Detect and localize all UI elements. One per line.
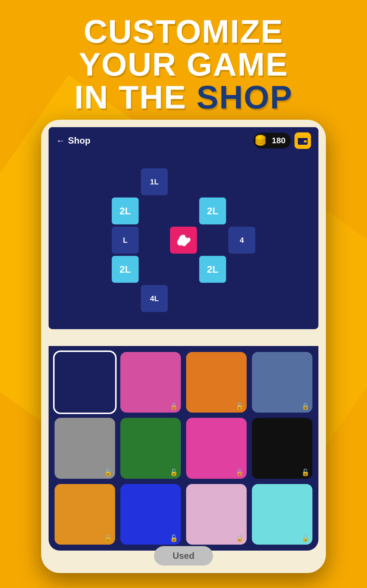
tile-r4c0 (112, 285, 139, 312)
lock-icon-10: 🔒 (235, 534, 244, 542)
used-button-container: Used (41, 546, 326, 566)
game-screen: ← Shop 180 (49, 127, 318, 329)
tile-r2c3 (199, 227, 226, 254)
header-line1: CUSTOMIZE (0, 15, 367, 48)
lock-icon-5: 🔓 (170, 468, 178, 477)
wallet-icon (298, 137, 308, 145)
tile-r1c4 (228, 197, 255, 224)
lock-icon-11: 🔒 (301, 534, 309, 542)
header-line3-white: IN THE (74, 79, 186, 116)
header-line3-blue: SHOP (197, 79, 293, 116)
lock-icon-4: 🔓 (104, 468, 112, 477)
svg-point-3 (185, 236, 186, 237)
lock-icon-1: 🔒 (170, 402, 178, 410)
tile-r1c3: 2L (199, 197, 226, 224)
swatch-4[interactable]: 🔓 (55, 418, 115, 478)
lock-icon-2: 🔓 (235, 402, 244, 410)
back-button[interactable]: ← (56, 135, 65, 146)
tile-r0c3 (199, 168, 226, 195)
game-topbar: ← Shop 180 (49, 127, 318, 154)
tile-r2c1 (141, 227, 168, 254)
tile-r4c4 (228, 285, 255, 312)
coins-icon (255, 135, 269, 147)
tile-r3c0: 2L (112, 256, 139, 283)
tile-r3c1 (141, 256, 168, 283)
tile-r4c3 (199, 285, 226, 312)
tile-r3c3: 2L (199, 256, 226, 283)
swatch-0[interactable] (55, 352, 115, 413)
lock-icon-8: 🔒 (104, 534, 112, 542)
tile-r1c1 (141, 197, 168, 224)
wallet-button[interactable] (294, 132, 311, 149)
board-area: 1L 2L 2L L (49, 154, 318, 326)
tile-r2c4: 4 (228, 227, 255, 254)
swatch-8[interactable]: 🔒 (55, 484, 115, 545)
tile-r4c1: 4L (141, 285, 168, 312)
swatch-2[interactable]: 🔓 (186, 352, 247, 413)
swatch-11[interactable]: 🔒 (252, 484, 312, 545)
coin-amount: 180 (272, 136, 286, 146)
tile-r1c0: 2L (112, 197, 139, 224)
svg-rect-1 (298, 138, 308, 140)
lock-icon-3: 🔒 (301, 402, 309, 410)
swatch-6[interactable]: 🔒 (186, 418, 247, 478)
lock-icon-6: 🔒 (235, 468, 244, 477)
tile-r2c2-bird (170, 227, 197, 254)
swatch-10[interactable]: 🔒 (186, 484, 247, 545)
bird-icon (175, 232, 192, 248)
tile-r4c2 (170, 285, 197, 312)
svg-rect-2 (304, 140, 307, 143)
tile-r3c2 (170, 256, 197, 283)
lock-icon-9: 🔓 (170, 534, 178, 542)
swatch-5[interactable]: 🔓 (120, 418, 181, 478)
tile-r0c4 (228, 168, 255, 195)
lock-icon-7: 🔓 (301, 468, 309, 477)
tile-r3c4 (228, 256, 255, 283)
header-line2: YOUR GAME (0, 48, 367, 81)
coin-pill: 180 (253, 133, 291, 148)
tile-r2c0: L (112, 227, 139, 254)
swatch-1[interactable]: 🔒 (120, 352, 181, 413)
swatch-7[interactable]: 🔓 (252, 418, 312, 478)
used-button[interactable]: Used (154, 546, 213, 566)
header-line3: IN THE SHOP (0, 81, 367, 114)
tile-r0c0 (112, 168, 139, 195)
tile-r0c1: 1L (141, 168, 168, 195)
phone-mockup: ← Shop 180 (41, 120, 326, 573)
header-text: CUSTOMIZE YOUR GAME IN THE SHOP (0, 15, 367, 114)
board-grid: 1L 2L 2L L (112, 168, 255, 312)
shop-title: Shop (68, 135, 253, 146)
tile-r0c2 (170, 168, 197, 195)
swatches-area: 🔒 🔓 🔒 🔓 🔓 🔒 🔓 🔒 🔓 (49, 346, 318, 551)
swatch-9[interactable]: 🔓 (120, 484, 181, 545)
swatch-3[interactable]: 🔒 (252, 352, 312, 413)
tile-r1c2 (170, 197, 197, 224)
